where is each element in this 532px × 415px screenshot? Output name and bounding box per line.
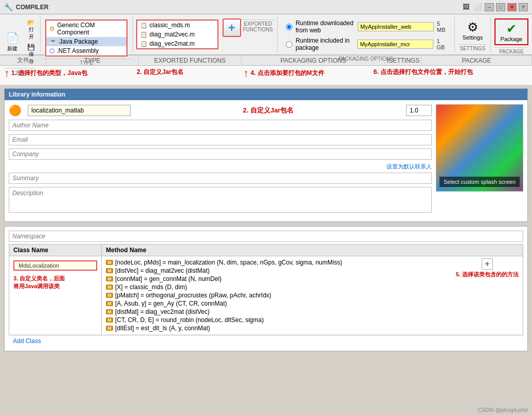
- email-input[interactable]: [9, 134, 432, 145]
- type-java-package[interactable]: ☕ Java Package: [46, 37, 126, 46]
- radio-package[interactable]: [286, 41, 292, 48]
- class-name-box[interactable]: MdsLocalization: [13, 260, 97, 271]
- library-top-row: 🟠 2. 自定义Jar包名: [9, 104, 523, 217]
- ribbon-section-exported: 📋 classic_mds.m 📋 diag_mat2vec.m 📋 diag_…: [133, 16, 278, 52]
- library-info-body: 🟠 2. 自定义Jar包名: [5, 100, 527, 221]
- type-net-assembly[interactable]: ⬡ .NET Assembly: [46, 46, 126, 55]
- exported-item-3[interactable]: 📋 diag_vec2mat.m: [137, 39, 217, 48]
- company-row: [9, 148, 432, 160]
- open-button[interactable]: 📂 打开: [25, 17, 38, 42]
- description-input[interactable]: [9, 187, 432, 213]
- exported-functions-list: 📋 classic_mds.m 📋 diag_mat2vec.m 📋 diag_…: [136, 20, 218, 49]
- summary-row: [9, 173, 432, 184]
- version-input[interactable]: [406, 105, 432, 116]
- radio-row-package: Runtime included in package 1 GB: [286, 37, 446, 51]
- annotation-step2: 2. 自定义Jar包名: [137, 68, 184, 77]
- method-line: M[pMatch] = orthogonal_procrustes (pRaw,…: [106, 291, 454, 299]
- file-section-label: 文件: [0, 55, 46, 65]
- app-title: COMPILER: [16, 4, 48, 11]
- close-button[interactable]: ✕: [507, 3, 517, 11]
- java-icon: ☕: [49, 38, 57, 45]
- method-text: [X] = classic_mds (D, dim): [115, 284, 187, 291]
- method-text: [pMatch] = orthogonal_procrustes (pRaw, …: [115, 292, 271, 299]
- new-button[interactable]: 📄 新建: [2, 30, 23, 54]
- maximize-button[interactable]: □: [496, 3, 505, 11]
- title-bar: 🔧 COMPILER 🖼 ⬜ ─ □ ✕ ?: [0, 0, 532, 14]
- add-method-button[interactable]: +: [482, 258, 493, 270]
- gear-icon: ⚙: [467, 20, 479, 34]
- minimize-button[interactable]: ─: [485, 3, 494, 11]
- method-line: M[distVec] = diag_mat2vec (distMat): [106, 267, 454, 275]
- type-dropdown[interactable]: ⚙ Generic COM Component ☕ Java Package ⬡…: [45, 20, 127, 56]
- company-input[interactable]: [9, 148, 432, 160]
- method-text: [CT, CR, D, E] = round_robin (nodeLoc, d…: [115, 316, 264, 324]
- method-badge: M: [106, 260, 113, 265]
- installer-mcr-input[interactable]: [357, 40, 433, 49]
- isettings-section-label: ISETTINGS: [386, 55, 421, 65]
- icon-btn-1: 🖼: [463, 3, 469, 11]
- add-exported-button[interactable]: +: [223, 18, 241, 37]
- help-button[interactable]: ?: [519, 3, 528, 11]
- method-text: [dltEst] = est_dlt_ls (A, y, connMat): [115, 325, 210, 332]
- methods-list: M[nodeLoc, pMds] = main_localization (N,…: [106, 258, 454, 332]
- library-info-panel: Library information 🟠 2. 自定义Jar包名: [4, 88, 528, 222]
- generic-com-icon: ⚙: [49, 25, 55, 32]
- method-line: M[CT, CR, D, E] = round_robin (nodeLoc, …: [106, 316, 454, 324]
- ribbon-section-type: ⚙ Generic COM Component ☕ Java Package ⬡…: [41, 16, 133, 52]
- annotation-step1: 1. 选择打包的类型，Java包: [11, 69, 87, 78]
- method-text: [connMat] = gen_connMat (N, numDel): [115, 275, 222, 282]
- annotation-step3: 3. 自定义类名，后面将用Java调用该类: [13, 275, 97, 290]
- ribbon-labels-row: 文件 TYPE EXPORTED FUNCTIONS PACKAGING OPT…: [0, 55, 532, 66]
- app-icon: 🔧: [4, 3, 13, 11]
- class-name-header: Class Name: [9, 244, 102, 256]
- select-splash-button[interactable]: Select custom splash screen: [439, 177, 520, 187]
- annotation-step5: 5. 选择该类包含的的方法: [456, 271, 519, 278]
- method-line: M[distMat] = diag_vec2mat (distVec): [106, 308, 454, 316]
- method-text: [distVec] = diag_mat2vec (distMat): [115, 267, 210, 274]
- matlab-icon: 🟠: [9, 104, 22, 117]
- watermark: CSDN @plusplusfei: [478, 407, 528, 413]
- namespace-input[interactable]: [9, 231, 523, 242]
- library-info-header: Library information: [5, 89, 527, 100]
- method-badge: M: [106, 309, 113, 314]
- add-class-link[interactable]: Add Class: [9, 335, 523, 347]
- package-label: PACKAGE: [495, 47, 528, 54]
- radio-web[interactable]: [286, 24, 292, 30]
- settings-label: SETTINGS: [459, 44, 486, 51]
- main-content: Library information 🟠 2. 自定义Jar包名: [0, 85, 532, 415]
- class-table-panel: Class Name Method Name MdsLocalization 3…: [4, 226, 528, 351]
- jar-name-input[interactable]: [28, 105, 131, 116]
- method-line: M[connMat] = gen_connMat (N, numDel): [106, 275, 454, 283]
- settings-button[interactable]: ⚙ Settings: [457, 17, 489, 43]
- method-line: M[A, Asub, y] = gen_Ay (CT, CR, connMat): [106, 299, 454, 308]
- method-text: [distMat] = diag_vec2mat (distVec): [115, 308, 210, 315]
- annotations-row: ↑ 1. 选择打包的类型，Java包 2. 自定义Jar包名 ↑ 4. 点击添加…: [0, 66, 532, 85]
- method-line: M[dltEst] = est_dlt_ls (A, y, connMat): [106, 324, 454, 332]
- method-badge: M: [106, 276, 113, 281]
- method-name-header: Method Name: [102, 244, 523, 256]
- package-button[interactable]: ✔ Package: [494, 18, 529, 45]
- exported-label: EXPORTED FUNCTIONS: [241, 20, 275, 32]
- installer-web-input[interactable]: [358, 22, 434, 31]
- annotation-step4: 4. 点击添加要打包的M文件: [250, 69, 324, 78]
- arrow-step4: ↑: [243, 68, 248, 78]
- type-generic-com[interactable]: ⚙ Generic COM Component: [46, 21, 126, 37]
- class-table: Class Name Method Name MdsLocalization 3…: [9, 244, 523, 335]
- method-badge: M: [106, 268, 113, 273]
- arrow-step1: ↑: [4, 68, 9, 78]
- m-file-icon-2: 📋: [140, 31, 148, 38]
- m-file-icon-1: 📋: [140, 22, 148, 29]
- exported-item-1[interactable]: 📋 classic_mds.m: [137, 21, 217, 30]
- class-table-body: Class Name Method Name MdsLocalization 3…: [5, 227, 527, 351]
- exported-section-label: EXPORTED FUNCTIONS: [139, 55, 242, 65]
- email-row: [9, 134, 432, 145]
- method-badge: M: [106, 301, 113, 306]
- method-line: M[X] = classic_mds (D, dim): [106, 283, 454, 291]
- annotation-step6: 6. 点击选择打包文件位置，开始打包: [374, 68, 473, 77]
- method-badge: M: [106, 293, 113, 298]
- default-contact-link[interactable]: 设置为默认联系人: [9, 163, 432, 171]
- author-input[interactable]: [9, 120, 432, 131]
- summary-input[interactable]: [9, 173, 432, 184]
- exported-item-2[interactable]: 📋 diag_mat2vec.m: [137, 30, 217, 39]
- m-file-icon-3: 📋: [140, 41, 148, 47]
